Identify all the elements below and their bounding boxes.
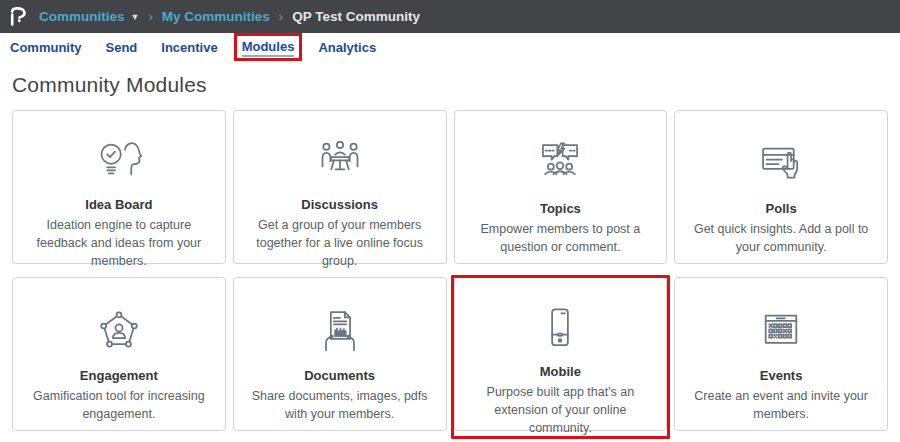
polls-icon bbox=[753, 135, 809, 193]
topics-icon bbox=[532, 135, 588, 193]
module-description: Purpose built app that's an extension of… bbox=[455, 384, 667, 437]
module-card-discussions[interactable]: Discussions Get a group of your members … bbox=[233, 110, 447, 264]
module-description: Gamification tool for increasing engagem… bbox=[13, 388, 225, 424]
module-grid: Idea Board Ideation engine to capture fe… bbox=[0, 110, 900, 431]
page-title: Community Modules bbox=[12, 73, 900, 97]
module-description: Create an event and invite your members. bbox=[675, 388, 887, 424]
breadcrumb-my-communities[interactable]: My Communities bbox=[162, 9, 270, 24]
module-title: Mobile bbox=[540, 364, 581, 379]
module-title: Discussions bbox=[301, 197, 378, 212]
tab-community[interactable]: Community bbox=[10, 40, 82, 55]
module-title: Idea Board bbox=[85, 197, 152, 212]
breadcrumb-separator: › bbox=[279, 9, 283, 24]
module-title: Engagement bbox=[80, 368, 158, 383]
mobile-icon bbox=[532, 302, 588, 356]
module-title: Events bbox=[760, 368, 803, 383]
tab-incentive[interactable]: Incentive bbox=[161, 40, 217, 55]
module-card-engagement[interactable]: Engagement Gamification tool for increas… bbox=[12, 277, 226, 431]
questionpro-logo[interactable] bbox=[10, 7, 27, 26]
module-card-mobile[interactable]: Mobile Purpose built app that's an exten… bbox=[454, 277, 668, 431]
events-icon bbox=[753, 302, 809, 360]
community-tab-bar: Community Send Incentive Modules Analyti… bbox=[0, 33, 900, 62]
tab-send[interactable]: Send bbox=[106, 40, 138, 55]
idea-board-icon bbox=[91, 135, 147, 189]
module-description: Get quick insights. Add a poll to your c… bbox=[675, 221, 887, 257]
module-title: Documents bbox=[304, 368, 375, 383]
documents-icon bbox=[312, 302, 368, 360]
engagement-icon bbox=[91, 302, 147, 360]
module-title: Topics bbox=[540, 201, 581, 216]
tab-modules[interactable]: Modules bbox=[242, 39, 295, 57]
module-card-idea-board[interactable]: Idea Board Ideation engine to capture fe… bbox=[12, 110, 226, 264]
top-navigation-bar: Communities ▼ › My Communities › QP Test… bbox=[0, 0, 900, 33]
module-description: Share documents, images, pdfs with your … bbox=[234, 388, 446, 424]
module-card-topics[interactable]: Topics Empower members to post a questio… bbox=[454, 110, 668, 264]
module-card-documents[interactable]: Documents Share documents, images, pdfs … bbox=[233, 277, 447, 431]
tab-analytics[interactable]: Analytics bbox=[318, 40, 376, 55]
module-description: Get a group of your members together for… bbox=[234, 217, 446, 270]
discussions-icon bbox=[312, 135, 368, 189]
breadcrumb-separator: › bbox=[148, 9, 152, 24]
chevron-down-icon: ▼ bbox=[131, 13, 140, 22]
module-card-events[interactable]: Events Create an event and invite your m… bbox=[674, 277, 888, 431]
module-description: Ideation engine to capture feedback and … bbox=[13, 217, 225, 270]
communities-dropdown-label: Communities bbox=[39, 9, 125, 24]
module-description: Empower members to post a question or co… bbox=[455, 221, 667, 257]
breadcrumb-current-community: QP Test Community bbox=[292, 9, 420, 24]
communities-dropdown[interactable]: Communities ▼ bbox=[39, 9, 139, 24]
module-title: Polls bbox=[766, 201, 797, 216]
module-card-polls[interactable]: Polls Get quick insights. Add a poll to … bbox=[674, 110, 888, 264]
